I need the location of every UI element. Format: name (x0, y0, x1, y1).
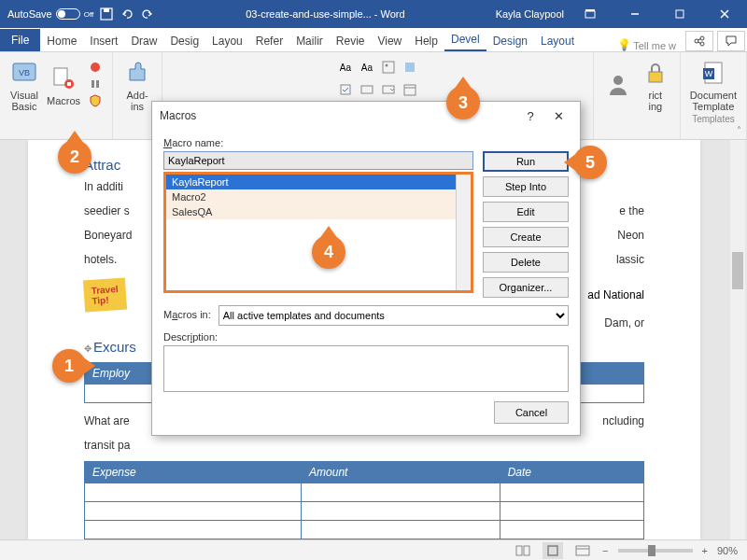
control-aa2-icon[interactable]: Aa (358, 58, 376, 77)
callout-badge-2: 2 (58, 140, 92, 174)
macro-security-icon[interactable] (88, 93, 103, 110)
macro-list-item[interactable]: KaylaReport (166, 175, 471, 189)
macro-list[interactable]: KaylaReport Macro2 SalesQA (163, 172, 473, 293)
autosave-toggle[interactable]: AutoSave Off (7, 8, 93, 20)
minimize-button[interactable] (616, 0, 654, 28)
share-button[interactable] (685, 31, 713, 51)
expense-table[interactable]: Expense Amount Date (84, 461, 644, 539)
tab-layout[interactable]: Layou (205, 31, 249, 51)
svg-point-22 (385, 64, 388, 67)
undo-icon[interactable] (120, 7, 134, 21)
control-date-icon[interactable] (401, 80, 419, 99)
cancel-button[interactable]: Cancel (494, 401, 569, 424)
zoom-level[interactable]: 90% (717, 545, 738, 556)
close-button[interactable] (706, 0, 743, 28)
tab-draw[interactable]: Draw (124, 31, 163, 51)
scrollbar-thumb[interactable] (732, 252, 743, 289)
macros-button[interactable]: Macros (43, 56, 84, 114)
macro-list-item[interactable]: SalesQA (166, 204, 471, 219)
web-layout-icon[interactable] (572, 542, 593, 559)
zoom-out-button[interactable]: − (602, 545, 608, 556)
table-move-handle-icon[interactable]: ✥ (84, 343, 92, 354)
control-dropdown-icon[interactable] (379, 80, 398, 99)
callout-badge-5: 5 (573, 146, 607, 179)
dialog-titlebar[interactable]: Macros ? ✕ (152, 102, 580, 130)
svg-point-33 (613, 76, 623, 85)
record-macro-icon[interactable] (88, 60, 103, 77)
control-picture-icon[interactable] (379, 58, 398, 77)
visual-basic-button[interactable]: VB Visual Basic (6, 56, 43, 114)
pause-recording-icon[interactable] (88, 77, 103, 93)
tab-references[interactable]: Refer (249, 31, 289, 51)
tell-me-input[interactable]: Tell me w (633, 40, 684, 51)
read-mode-icon[interactable] (513, 542, 533, 559)
macro-list-item[interactable]: Macro2 (166, 189, 471, 204)
print-layout-icon[interactable] (543, 542, 563, 559)
control-checkbox-icon[interactable] (336, 80, 355, 99)
document-template-button[interactable]: W Document Template (686, 56, 740, 114)
callout-badge-1: 1 (52, 349, 86, 383)
redo-icon[interactable] (140, 7, 155, 21)
edit-button[interactable]: Edit (483, 202, 569, 222)
ribbon-display-icon[interactable] (571, 0, 609, 28)
callout-badge-4: 4 (312, 235, 345, 269)
tab-insert[interactable]: Insert (83, 31, 124, 51)
zoom-in-button[interactable]: + (702, 545, 708, 556)
collapse-ribbon-icon[interactable]: ˄ (737, 125, 741, 135)
th-amount: Amount (302, 462, 500, 483)
tab-review[interactable]: Revie (330, 31, 372, 51)
group-label-templates: Templates (692, 114, 735, 124)
svg-rect-17 (67, 82, 71, 86)
save-icon[interactable] (99, 7, 114, 21)
comments-button[interactable] (717, 31, 745, 51)
svg-rect-3 (585, 9, 595, 11)
vertical-scrollbar[interactable] (730, 140, 745, 539)
tab-view[interactable]: View (371, 31, 408, 51)
svg-point-9 (700, 36, 704, 40)
organizer-button[interactable]: Organizer... (483, 277, 569, 298)
svg-rect-20 (96, 80, 99, 88)
user-name[interactable]: Kayla Claypool (496, 8, 564, 20)
svg-rect-24 (341, 85, 350, 94)
tab-home[interactable]: Home (40, 31, 83, 51)
dialog-help-button[interactable]: ? (516, 109, 544, 123)
tab-design[interactable]: Desig (163, 31, 205, 51)
tab-mailings[interactable]: Mailir (289, 31, 330, 51)
svg-rect-25 (361, 86, 373, 93)
visual-basic-icon: VB (9, 58, 39, 88)
status-bar: − + 90% (0, 539, 747, 560)
tab-developer[interactable]: Devel (444, 29, 486, 51)
macro-name-label: Macro name: (163, 137, 569, 148)
svg-rect-39 (524, 546, 529, 555)
svg-rect-5 (676, 10, 684, 18)
delete-button[interactable]: Delete (483, 252, 569, 273)
macros-in-select[interactable]: All active templates and documents (218, 305, 569, 326)
control-building-block-icon[interactable] (401, 58, 419, 77)
tab-help[interactable]: Help (408, 31, 444, 51)
run-button[interactable]: Run (483, 151, 569, 172)
maximize-button[interactable] (661, 0, 698, 28)
travel-tip-tag: Travel Tip! (83, 277, 127, 312)
zoom-slider[interactable] (618, 549, 693, 553)
heading-excursions: Excurs (93, 339, 136, 355)
svg-rect-1 (104, 8, 109, 12)
dialog-close-button[interactable]: ✕ (544, 109, 572, 123)
create-button[interactable]: Create (483, 227, 569, 247)
block-authors-button[interactable] (599, 56, 637, 114)
description-box[interactable] (163, 345, 569, 392)
control-combo-icon[interactable] (358, 80, 376, 99)
tab-file[interactable]: File (0, 29, 40, 51)
restrict-editing-button[interactable]: rict ing (637, 56, 674, 114)
tab-table-design[interactable]: Design (486, 31, 534, 51)
addins-icon (122, 58, 152, 88)
step-into-button[interactable]: Step Into (483, 176, 569, 197)
tab-table-layout[interactable]: Layout (534, 31, 581, 51)
svg-point-18 (91, 63, 100, 72)
svg-rect-34 (649, 72, 662, 82)
macro-name-input[interactable] (163, 151, 473, 170)
svg-rect-40 (548, 546, 557, 555)
ribbon-tabs: File Home Insert Draw Desig Layou Refer … (0, 28, 747, 52)
macro-list-scrollbar[interactable] (456, 175, 471, 290)
control-aa-icon[interactable]: Aa (336, 58, 355, 77)
description-label: Description: (163, 331, 569, 343)
